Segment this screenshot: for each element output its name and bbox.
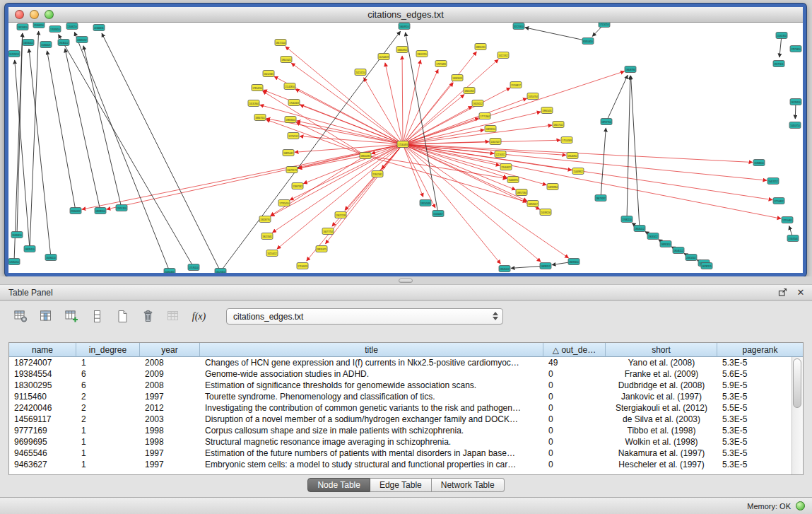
graph-node[interactable]: 17973410 [790, 46, 801, 52]
delete-entries-button[interactable] [139, 308, 158, 325]
graph-node[interactable]: 22466311 [93, 25, 105, 31]
graph-node[interactable]: 16413212 [767, 178, 779, 185]
table-row[interactable]: 969969511998Structural magnetic resonanc… [9, 436, 792, 448]
graph-node[interactable]: 25260522 [70, 208, 81, 214]
graph-node[interactable]: 17854210 [252, 85, 263, 91]
graph-node[interactable]: 25166210 [33, 23, 45, 28]
graph-node[interactable]: 18236412 [23, 40, 34, 46]
graph-node[interactable]: 20224210 [355, 69, 366, 76]
graph-node[interactable]: 19154549 [420, 200, 431, 206]
graph-node[interactable]: 15449912 [572, 168, 584, 175]
column-header-short[interactable]: short [606, 343, 717, 357]
graph-node[interactable]: 19436112 [58, 40, 69, 46]
graph-node[interactable]: 15446970 [507, 177, 519, 183]
graph-node[interactable]: 15958110 [753, 160, 765, 166]
memory-ok-indicator[interactable] [796, 501, 805, 510]
graph-node[interactable]: 19965431 [541, 107, 553, 114]
graph-node[interactable]: 20924502 [686, 255, 697, 261]
graph-node[interactable]: 14583013 [452, 75, 463, 81]
graph-node[interactable]: 11692410 [11, 232, 23, 238]
graph-node[interactable]: 20354704 [527, 93, 539, 100]
create-column-button[interactable] [62, 308, 81, 325]
graph-node[interactable]: 15051310 [116, 205, 127, 211]
graph-node[interactable]: 20581212 [76, 37, 88, 43]
delete-table-button[interactable] [164, 308, 183, 325]
graph-node[interactable]: 17033410 [49, 26, 61, 33]
table-row[interactable]: 1456911722003Disruption of a novel membe… [9, 414, 792, 425]
graph-node[interactable]: 16649510 [399, 23, 410, 30]
graph-node[interactable]: 21902341 [372, 171, 383, 177]
graph-node[interactable]: 12046210 [66, 23, 78, 30]
graph-node[interactable]: 17576110 [188, 264, 199, 271]
column-header-name[interactable]: name [9, 343, 76, 357]
zoom-window-button[interactable] [45, 10, 54, 19]
graph-node[interactable]: 12216312 [495, 151, 506, 158]
graph-node[interactable]: 19328776 [259, 216, 271, 223]
graph-node[interactable]: 17710812 [773, 198, 784, 204]
graph-node[interactable]: 20531904 [248, 100, 259, 107]
graph-node[interactable]: 15161910 [776, 33, 787, 39]
table-mode-button[interactable] [11, 308, 30, 325]
graph-node[interactable]: 21142850 [284, 83, 295, 90]
table-row[interactable]: 1938455462009Genome-wide association stu… [9, 368, 792, 380]
graph-node[interactable]: 19546912 [567, 153, 578, 159]
graph-node[interactable]: 17735410 [278, 200, 290, 206]
graph-node[interactable]: 21156817 [510, 82, 522, 88]
graph-node[interactable]: 17403544 [787, 235, 799, 242]
graph-node[interactable]: 18851311 [475, 44, 486, 50]
graph-node[interactable]: 16012345 [263, 71, 274, 77]
graph-node[interactable]: 18931675 [316, 246, 327, 252]
network-canvas[interactable]: 1724049318572104196016211601234517854210… [8, 23, 803, 273]
graph-node[interactable]: 16895442 [283, 150, 294, 156]
graph-node[interactable]: 22044622 [500, 164, 512, 170]
graph-node[interactable]: 18346212 [634, 226, 645, 232]
graph-node[interactable]: 17124210 [599, 23, 610, 28]
close-window-button[interactable] [15, 10, 24, 19]
table-vertical-scrollbar[interactable] [792, 357, 803, 474]
graph-node[interactable]: 18572104 [275, 40, 286, 46]
graph-node[interactable]: 19883610 [285, 117, 296, 123]
graph-node[interactable]: 11607427 [490, 139, 501, 145]
graph-node[interactable]: 16893510 [485, 126, 496, 132]
graph-node[interactable]: 18599110 [95, 208, 106, 214]
graph-node[interactable]: 17042003 [288, 100, 300, 106]
table-row[interactable]: 1830029562008Estimation of significance … [9, 380, 792, 391]
graph-node[interactable]: 35723310 [513, 23, 524, 30]
graph-node[interactable]: 12752112 [288, 133, 299, 139]
graph-node[interactable]: 15134457 [433, 211, 444, 217]
graph-node[interactable]: 16677754 [322, 228, 334, 235]
graph-node[interactable]: 10993994 [547, 184, 558, 190]
graph-node[interactable]: 16094110 [45, 255, 57, 261]
scrollbar-thumb[interactable] [793, 358, 801, 408]
graph-node[interactable]: 16820110 [24, 246, 35, 252]
graph-node[interactable]: 19277411 [773, 61, 784, 67]
graph-node[interactable]: 18157512 [553, 122, 564, 128]
graph-node[interactable]: 19245012 [499, 266, 510, 272]
graph-node[interactable]: 11255213 [8, 51, 20, 57]
graph-node[interactable]: 15334121 [40, 42, 52, 48]
graph-node[interactable]: 16992410 [660, 241, 671, 247]
graph-node[interactable]: 18957594 [516, 189, 527, 196]
function-builder-button[interactable]: f(x) [189, 308, 208, 325]
graph-node[interactable]: 16326152 [472, 100, 483, 107]
show-columns-button[interactable] [37, 308, 56, 325]
graph-node[interactable]: 18300295 [360, 153, 371, 159]
column-header-out_de[interactable]: △ out_de… [543, 343, 606, 357]
graph-node[interactable]: 20060461 [164, 269, 175, 274]
table-row[interactable]: 2242004622012Investigating the contribut… [9, 402, 792, 414]
toggle-rows-button[interactable] [88, 308, 107, 325]
new-table-button[interactable] [113, 308, 132, 325]
graph-node[interactable]: 16123410 [215, 269, 226, 274]
graph-node[interactable]: 17240493 [397, 141, 408, 148]
graph-node[interactable]: 16254412 [266, 250, 278, 257]
graph-node[interactable]: 15987332 [292, 183, 303, 189]
minimize-window-button[interactable] [30, 10, 39, 19]
table-row[interactable]: 911546021997Tourette syndrome. Phenomeno… [9, 391, 792, 402]
graph-node[interactable]: 18679197 [595, 195, 606, 201]
float-panel-button[interactable] [775, 286, 789, 299]
graph-node[interactable]: 19601621 [281, 57, 292, 63]
column-header-pagerank[interactable]: pagerank [717, 343, 803, 357]
column-header-title[interactable]: title [200, 343, 543, 357]
graph-node[interactable]: 18023341 [261, 233, 273, 240]
graph-node[interactable]: 16893112 [540, 263, 551, 269]
